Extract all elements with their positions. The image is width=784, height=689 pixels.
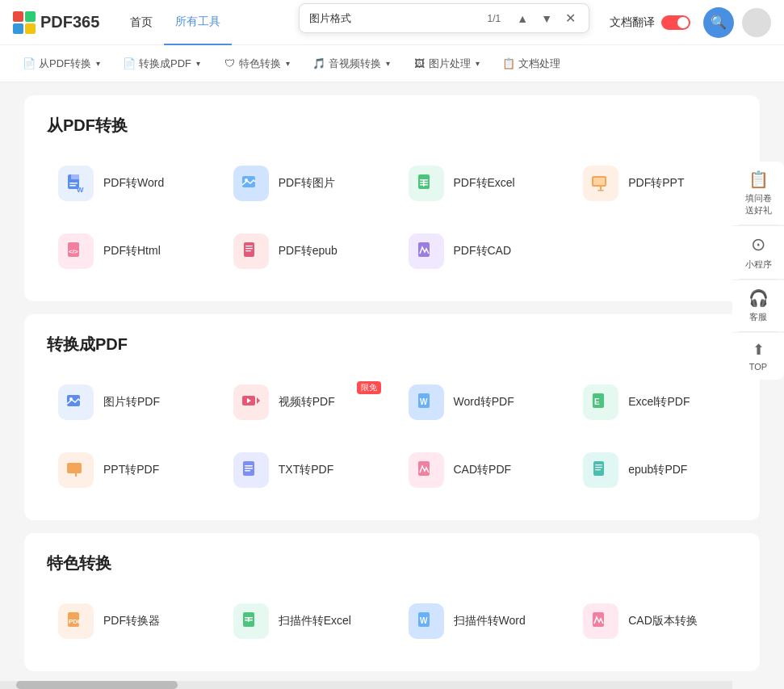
tool-excel-to-pdf-label: Excel转PDF xyxy=(628,395,690,410)
translate-label: 文档翻译 xyxy=(610,15,655,30)
section-from-pdf-title: 从PDF转换 xyxy=(47,115,737,137)
logo-sq-green xyxy=(25,11,36,22)
search-prev-btn[interactable]: ▲ xyxy=(514,11,531,27)
tool-epub-to-pdf[interactable]: epub转PDF xyxy=(572,443,737,498)
txt-to-pdf-icon xyxy=(233,452,269,488)
tool-scan-to-excel-label: 扫描件转Excel xyxy=(279,614,351,628)
tool-cad-to-pdf-label: CAD转PDF xyxy=(454,463,512,477)
search-popup: 图片格式 1/1 ▲ ▼ ✕ xyxy=(299,3,589,33)
tool-pdf-to-html-label: PDF转Html xyxy=(103,244,161,258)
svg-rect-32 xyxy=(67,463,82,473)
svg-text:PDF: PDF xyxy=(69,618,82,625)
tool-txt-to-pdf[interactable]: TXT转PDF xyxy=(222,443,388,498)
search-next-btn[interactable]: ▼ xyxy=(538,11,556,27)
tool-pdf-to-word-label: PDF转Word xyxy=(103,176,164,191)
logo-sq-blue xyxy=(13,23,23,34)
tool-ppt-to-pdf-label: PPT转PDF xyxy=(103,463,159,477)
pdf-to-epub-icon xyxy=(233,233,269,269)
second-nav-special[interactable]: 🛡 特色转换 ▾ xyxy=(213,53,300,74)
avatar[interactable] xyxy=(742,8,771,37)
section-special: 特色转换 PDF PDF转换器 扫描件转Excel W xyxy=(24,533,760,671)
pdf-to-image-icon xyxy=(233,166,269,201)
second-nav-to-pdf[interactable]: 📄 转换成PDF ▾ xyxy=(113,53,210,74)
svg-rect-11 xyxy=(423,179,425,187)
customer-service-btn[interactable]: 🎧 客服 xyxy=(732,279,784,331)
tool-scan-to-word-label: 扫描件转Word xyxy=(454,614,526,628)
chevron-down-icon-2: ▾ xyxy=(196,59,200,68)
search-close-btn[interactable]: ✕ xyxy=(562,9,579,27)
tool-cad-version[interactable]: CAD版本转换 xyxy=(572,594,737,649)
translate-btn[interactable]: 文档翻译 xyxy=(610,15,690,30)
logo-sq-red xyxy=(13,11,23,22)
logo-text: PDF365 xyxy=(40,13,99,32)
second-nav-doc[interactable]: 📋 文档处理 xyxy=(493,53,570,74)
top-btn[interactable]: ⬆ TOP xyxy=(732,332,784,380)
tool-img-to-pdf[interactable]: 图片转PDF xyxy=(47,375,212,430)
tool-pdf-to-image-label: PDF转图片 xyxy=(279,176,335,191)
tool-pdf-to-excel[interactable]: PDF转Excel xyxy=(397,156,563,211)
to-pdf-grid: 图片转PDF 视频转PDF 限免 W Word转PDF xyxy=(47,375,737,498)
second-nav-img-label: 图片处理 xyxy=(429,57,471,71)
nav-all-tools[interactable]: 所有工具 xyxy=(164,0,232,45)
video-to-pdf-badge: 限免 xyxy=(357,381,381,394)
svg-text:W: W xyxy=(77,186,84,194)
special-grid: PDF PDF转换器 扫描件转Excel W 扫描件转Word xyxy=(47,594,737,649)
tool-pdf-to-html[interactable]: </> PDF转Html xyxy=(47,224,212,279)
search-button[interactable]: 🔍 xyxy=(703,7,734,38)
second-nav-doc-label: 文档处理 xyxy=(518,57,560,71)
cad-version-icon xyxy=(583,603,618,639)
tool-pdf-to-word[interactable]: W PDF转Word xyxy=(47,156,212,211)
tool-cad-to-pdf[interactable]: CAD转PDF xyxy=(397,443,563,498)
pdf-to-word-icon: W xyxy=(58,166,94,201)
scrollbar-thumb[interactable] xyxy=(16,681,178,689)
bottom-scrollbar[interactable] xyxy=(0,681,732,689)
svg-text:W: W xyxy=(420,397,428,406)
from-pdf-icon: 📄 xyxy=(23,57,36,70)
svg-rect-41 xyxy=(595,467,602,468)
translate-toggle[interactable] xyxy=(661,15,690,30)
tool-ppt-to-pdf[interactable]: PPT转PDF xyxy=(47,443,212,498)
main-scroll[interactable]: 从PDF转换 W PDF转Word PDF转图片 xyxy=(0,82,784,689)
tool-word-to-pdf-label: Word转PDF xyxy=(454,395,514,410)
svg-rect-42 xyxy=(595,469,601,470)
tool-pdf-to-image[interactable]: PDF转图片 xyxy=(222,156,388,211)
svg-rect-3 xyxy=(69,185,76,187)
tool-word-to-pdf[interactable]: W Word转PDF xyxy=(397,375,563,430)
special-icon: 🛡 xyxy=(223,57,236,70)
second-nav: 📄 从PDF转换 ▾ 📄 转换成PDF ▾ 🛡 特色转换 ▾ 🎵 音视频转换 ▾… xyxy=(0,45,784,82)
tool-pdf-to-cad[interactable]: PDF转CAD xyxy=(397,224,563,279)
mini-program-label: 小程序 xyxy=(745,258,772,271)
search-pagination: 1/1 xyxy=(488,13,501,24)
tool-video-to-pdf[interactable]: 视频转PDF 限免 xyxy=(222,375,388,430)
tool-scan-to-excel[interactable]: 扫描件转Excel xyxy=(222,594,388,649)
svg-rect-14 xyxy=(600,187,602,190)
nav-home[interactable]: 首页 xyxy=(119,0,164,45)
svg-marker-26 xyxy=(257,397,260,404)
second-nav-from-pdf-label: 从PDF转换 xyxy=(39,57,91,71)
tool-pdf-to-epub[interactable]: PDF转epub xyxy=(222,224,388,279)
search-popup-title: 图片格式 xyxy=(309,11,475,26)
second-nav-av[interactable]: 🎵 音视频转换 ▾ xyxy=(303,53,400,74)
top-nav: PDF365 首页 所有工具 图片格式 1/1 ▲ ▼ ✕ 文档翻译 🔍 xyxy=(0,0,784,45)
search-icon: 🔍 xyxy=(711,15,727,30)
second-nav-from-pdf[interactable]: 📄 从PDF转换 ▾ xyxy=(13,53,110,74)
chevron-down-icon-3: ▾ xyxy=(286,59,290,68)
scan-to-excel-icon xyxy=(233,603,269,639)
section-to-pdf: 转换成PDF 图片转PDF 视频转PDF 限免 xyxy=(24,314,760,520)
tool-pdf-converter[interactable]: PDF PDF转换器 xyxy=(47,594,212,649)
tool-scan-to-word[interactable]: W 扫描件转Word xyxy=(397,594,563,649)
logo[interactable]: PDF365 xyxy=(13,11,99,34)
tool-video-to-pdf-label: 视频转PDF xyxy=(279,395,335,410)
pdf-to-excel-icon xyxy=(409,166,444,201)
pdf-to-cad-icon xyxy=(409,233,444,269)
cad-to-pdf-icon xyxy=(409,452,444,488)
tool-excel-to-pdf[interactable]: E Excel转PDF xyxy=(572,375,737,430)
svg-rect-1 xyxy=(71,174,79,179)
tool-pdf-to-cad-label: PDF转CAD xyxy=(454,244,512,258)
survey-btn[interactable]: 📋 填问卷 送好礼 xyxy=(732,162,784,225)
tool-pdf-to-ppt[interactable]: PDF转PPT xyxy=(572,156,737,211)
mini-program-btn[interactable]: ⊙ 小程序 xyxy=(732,225,784,279)
tool-pdf-to-excel-label: PDF转Excel xyxy=(454,176,515,191)
second-nav-av-label: 音视频转换 xyxy=(329,57,381,71)
second-nav-img[interactable]: 🖼 图片处理 ▾ xyxy=(403,53,489,74)
